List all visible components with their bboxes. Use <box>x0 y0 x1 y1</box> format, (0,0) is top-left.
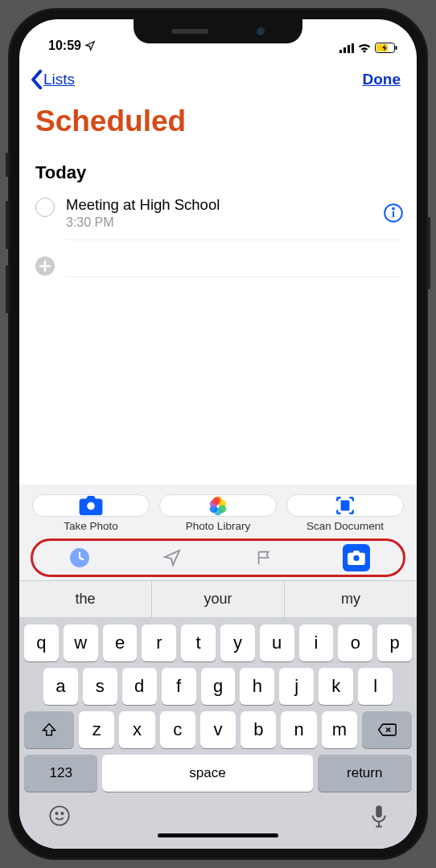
home-indicator[interactable] <box>158 833 278 837</box>
svg-rect-2 <box>348 45 350 53</box>
key-p[interactable]: p <box>377 624 412 661</box>
key-f[interactable]: f <box>162 668 196 705</box>
svg-rect-3 <box>352 43 354 53</box>
svg-rect-19 <box>343 504 348 505</box>
key-t[interactable]: t <box>181 624 216 661</box>
svg-point-22 <box>50 806 68 825</box>
key-c[interactable]: c <box>160 711 195 748</box>
key-row-3: z x c v b n m <box>19 705 417 748</box>
back-label: Lists <box>43 71 75 88</box>
keyboard: the your my q w e r t y u i o p a s d f <box>19 580 417 849</box>
complete-checkbox[interactable] <box>35 198 55 217</box>
flag-icon <box>255 548 273 567</box>
return-key[interactable]: return <box>318 755 413 792</box>
location-arrow-icon <box>162 548 182 567</box>
nav-bar: Lists Done <box>19 55 417 96</box>
svg-rect-0 <box>339 50 342 53</box>
chevron-left-icon <box>29 69 43 90</box>
key-q[interactable]: q <box>24 624 59 661</box>
notch <box>134 19 302 43</box>
key-v[interactable]: v <box>200 711 236 748</box>
key-m[interactable]: m <box>322 711 357 748</box>
scan-document-button[interactable] <box>286 494 404 517</box>
svg-rect-6 <box>396 46 397 50</box>
section-header: Today <box>19 141 417 190</box>
space-key[interactable]: space <box>102 755 312 792</box>
reminder-title: Meeting at High School <box>66 196 383 214</box>
key-u[interactable]: u <box>260 624 294 661</box>
attachment-menu: Take Photo Photo Library <box>19 485 417 537</box>
key-h[interactable]: h <box>240 668 274 705</box>
volume-down-button <box>6 265 9 313</box>
front-camera <box>257 27 265 35</box>
key-row-4: 123 space return <box>19 748 417 792</box>
numbers-key[interactable]: 123 <box>24 755 97 792</box>
schedule-button[interactable] <box>66 544 93 571</box>
key-d[interactable]: d <box>122 668 157 705</box>
shift-key[interactable] <box>24 711 74 748</box>
camera-button[interactable] <box>343 544 370 571</box>
key-s[interactable]: s <box>83 668 117 705</box>
key-w[interactable]: w <box>64 624 98 661</box>
reminder-toolbar <box>19 537 417 580</box>
key-b[interactable]: b <box>241 711 276 748</box>
suggestion-bar: the your my <box>19 580 417 618</box>
key-row-2: a s d f g h j k l <box>19 661 417 705</box>
key-l[interactable]: l <box>358 668 393 705</box>
svg-rect-1 <box>343 47 346 53</box>
key-r[interactable]: r <box>142 624 176 661</box>
done-button[interactable]: Done <box>363 71 401 88</box>
svg-point-23 <box>56 813 57 814</box>
key-y[interactable]: y <box>220 624 255 661</box>
svg-rect-20 <box>343 506 346 507</box>
flag-button[interactable] <box>250 544 278 571</box>
suggestion[interactable]: my <box>284 581 417 617</box>
reminder-time: 3:30 PM <box>66 215 383 230</box>
key-a[interactable]: a <box>43 668 78 705</box>
screen: 10:59 Lists Done Scheduled Today <box>19 19 417 849</box>
scan-icon <box>335 495 356 516</box>
photo-library-label: Photo Library <box>159 520 277 532</box>
photo-library-button[interactable] <box>159 494 277 517</box>
location-button[interactable] <box>158 544 186 571</box>
key-i[interactable]: i <box>299 624 334 661</box>
take-photo-label: Take Photo <box>32 520 150 532</box>
status-time: 10:59 <box>48 39 81 53</box>
page-title: Scheduled <box>19 96 417 141</box>
key-j[interactable]: j <box>279 668 314 705</box>
suggestion[interactable]: your <box>151 581 284 617</box>
svg-point-16 <box>212 497 220 506</box>
key-o[interactable]: o <box>338 624 372 661</box>
emoji-icon[interactable] <box>48 805 71 827</box>
power-button <box>427 217 430 289</box>
keyboard-bottom-row <box>19 792 417 833</box>
camera-icon <box>79 496 103 515</box>
shift-icon <box>41 722 57 738</box>
key-e[interactable]: e <box>103 624 138 661</box>
volume-up-button <box>6 201 9 249</box>
clock-icon <box>69 547 90 568</box>
key-g[interactable]: g <box>201 668 236 705</box>
photos-icon <box>208 495 228 516</box>
info-icon[interactable] <box>383 203 404 223</box>
key-n[interactable]: n <box>281 711 316 748</box>
wifi-icon <box>357 43 372 53</box>
take-photo-button[interactable] <box>32 494 150 517</box>
key-row-1: q w e r t y u i o p <box>19 618 417 661</box>
key-z[interactable]: z <box>79 711 114 748</box>
svg-point-24 <box>61 813 63 814</box>
back-button[interactable]: Lists <box>29 69 75 90</box>
add-reminder-row[interactable] <box>19 248 417 285</box>
key-k[interactable]: k <box>319 668 353 705</box>
reminder-row[interactable]: Meeting at High School 3:30 PM <box>19 190 417 248</box>
suggestion[interactable]: the <box>19 581 151 617</box>
svg-point-9 <box>393 208 394 210</box>
backspace-icon <box>377 723 397 737</box>
svg-rect-18 <box>343 502 348 503</box>
backspace-key[interactable] <box>362 711 412 748</box>
scan-document-label: Scan Document <box>286 520 404 532</box>
camera-icon <box>348 551 365 565</box>
battery-icon <box>375 43 397 53</box>
key-x[interactable]: x <box>119 711 154 748</box>
mic-icon[interactable] <box>370 805 388 829</box>
